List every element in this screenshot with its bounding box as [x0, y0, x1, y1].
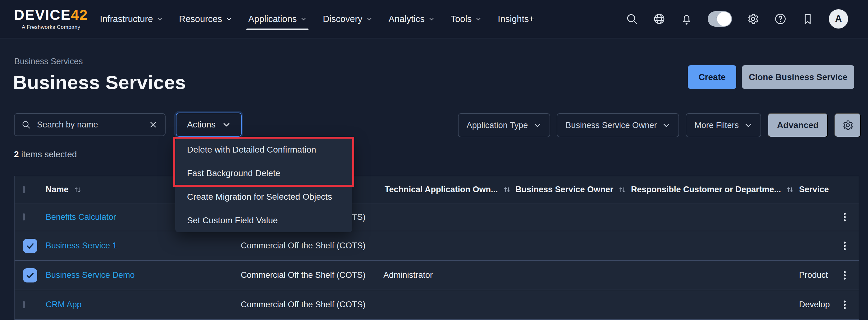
actions-dropdown-menu: Delete with Detailed ConfirmationFast Ba… [175, 138, 352, 232]
selection-text: items selected [21, 149, 77, 159]
nav-label: Resources [179, 14, 222, 24]
header-buttons: Create Clone Business Service [688, 65, 854, 89]
table-row: Business Service Demo Commercial Off the… [14, 261, 859, 290]
column-header-name[interactable]: Name [46, 176, 82, 203]
settings-icon[interactable] [747, 13, 759, 25]
advanced-filters-button[interactable]: Advanced [768, 113, 828, 137]
search-box[interactable] [14, 113, 165, 136]
nav-item-insights[interactable]: Insights+ [498, 14, 534, 24]
search-icon [22, 120, 31, 129]
toggle-knob [717, 12, 731, 26]
table-header-row: Name Technical Application Own... Busine… [14, 176, 859, 204]
nav-item-applications[interactable]: Applications [248, 14, 307, 24]
sort-icon [785, 185, 795, 194]
actions-dropdown-button[interactable]: Actions [176, 113, 242, 137]
menu-item-set-custom-field-value[interactable]: Set Custom Field Value [175, 209, 352, 232]
row-name-link[interactable]: Business Service Demo [46, 261, 135, 290]
top-navigation-bar: DEVICE42 A Freshworks Company Infrastruc… [0, 0, 868, 38]
globe-icon[interactable] [653, 13, 665, 25]
logo-text: DEVICE42 [14, 8, 88, 22]
notifications-icon[interactable] [680, 13, 693, 25]
chevron-down-icon [428, 16, 435, 22]
menu-item-create-migration-for-selected-objects[interactable]: Create Migration for Selected Objects [175, 185, 352, 209]
menu-item-fast-background-delete[interactable]: Fast Background Delete [175, 162, 352, 185]
table-settings-button[interactable] [834, 113, 861, 137]
row-checkbox[interactable] [23, 239, 37, 253]
row-checkbox[interactable] [23, 302, 25, 308]
page-title: Business Services [13, 71, 186, 93]
create-button[interactable]: Create [688, 65, 736, 89]
nav-label: Infrastructure [100, 14, 153, 24]
clear-search-icon[interactable] [149, 120, 157, 129]
nav-item-discovery[interactable]: Discovery [323, 14, 372, 24]
chevron-down-icon [226, 16, 232, 22]
cell-application-type: Commercial Off the Shelf (COTS) [241, 231, 366, 260]
menu-item-delete-with-detailed-confirmation[interactable]: Delete with Detailed Confirmation [175, 138, 352, 162]
filter-application-type[interactable]: Application Type [458, 113, 551, 137]
kebab-menu-icon [839, 211, 850, 223]
kebab-menu-icon [839, 299, 850, 310]
topbar-icons: A [626, 9, 848, 29]
table-row: CRM App Commercial Off the Shelf (COTS) … [14, 290, 859, 320]
theme-toggle[interactable] [708, 11, 732, 27]
kebab-menu-icon [839, 270, 850, 281]
filter-business-service-owner[interactable]: Business Service Owner [557, 113, 679, 137]
chevron-down-icon [301, 16, 307, 22]
row-actions-kebab[interactable] [838, 298, 851, 312]
column-header-technical-owner[interactable]: Technical Application Own... [384, 176, 512, 203]
chevron-down-icon [662, 121, 671, 129]
nav-item-tools[interactable]: Tools [451, 14, 482, 24]
sort-icon [618, 185, 627, 194]
breadcrumb[interactable]: Business Services [14, 57, 83, 66]
filter-label: Application Type [467, 120, 528, 130]
nav-label: Applications [248, 14, 297, 24]
select-all-checkbox[interactable] [23, 187, 25, 192]
chevron-down-icon [157, 16, 163, 22]
nav-item-resources[interactable]: Resources [179, 14, 232, 24]
row-actions-kebab[interactable] [838, 239, 851, 253]
table-row: Benefits Calculator Commercial Off the S… [14, 204, 859, 231]
row-name-link[interactable]: Business Service 1 [46, 231, 117, 260]
row-actions-kebab[interactable] [838, 210, 851, 224]
filter-bar: Application TypeBusiness Service OwnerMo… [458, 113, 861, 137]
filter-label: Business Service Owner [565, 120, 657, 130]
device42-logo[interactable]: DEVICE42 A Freshworks Company [14, 8, 88, 30]
filter-more-filters[interactable]: More Filters [686, 113, 761, 137]
nav-label: Discovery [323, 14, 362, 24]
search-input[interactable] [37, 120, 143, 130]
row-checkbox[interactable] [23, 214, 25, 220]
help-icon[interactable] [774, 13, 786, 25]
nav-item-analytics[interactable]: Analytics [389, 14, 435, 24]
bookmark-icon[interactable] [802, 13, 814, 25]
row-checkbox[interactable] [23, 268, 37, 282]
row-actions-kebab[interactable] [838, 268, 851, 282]
nav-label: Tools [451, 14, 472, 24]
selection-summary: 2 items selected [14, 149, 77, 159]
search-icon[interactable] [626, 13, 638, 25]
nav-item-infrastructure[interactable]: Infrastructure [100, 14, 163, 24]
actions-label: Actions [187, 120, 216, 130]
row-name-link[interactable]: Benefits Calculator [46, 204, 116, 231]
column-header-service: Service [799, 176, 829, 203]
cell-technical-owner: Administrator [383, 261, 433, 290]
row-name-link[interactable]: CRM App [46, 290, 82, 319]
kebab-menu-icon [839, 240, 850, 251]
check-icon [25, 270, 35, 281]
column-header-business-service-owner[interactable]: Business Service Owner [516, 176, 627, 203]
chevron-down-icon [533, 121, 541, 129]
filter-label: More Filters [694, 120, 739, 130]
cell-application-type: Commercial Off the Shelf (COTS) [241, 290, 366, 319]
chevron-down-icon [222, 120, 230, 129]
sort-icon [502, 185, 512, 194]
nav-label: Insights+ [498, 14, 534, 24]
table-body: Benefits Calculator Commercial Off the S… [14, 204, 859, 320]
user-avatar[interactable]: A [829, 9, 848, 29]
main-nav: InfrastructureResourcesApplicationsDisco… [100, 14, 534, 24]
nav-label: Analytics [389, 14, 425, 24]
logo-tagline: A Freshworks Company [22, 24, 80, 30]
clone-business-service-button[interactable]: Clone Business Service [742, 65, 854, 89]
business-services-table: Name Technical Application Own... Busine… [14, 176, 859, 320]
chevron-down-icon [475, 16, 482, 22]
gear-icon [842, 119, 854, 131]
column-header-responsible-customer[interactable]: Responsible Customer or Departme... [631, 176, 795, 203]
